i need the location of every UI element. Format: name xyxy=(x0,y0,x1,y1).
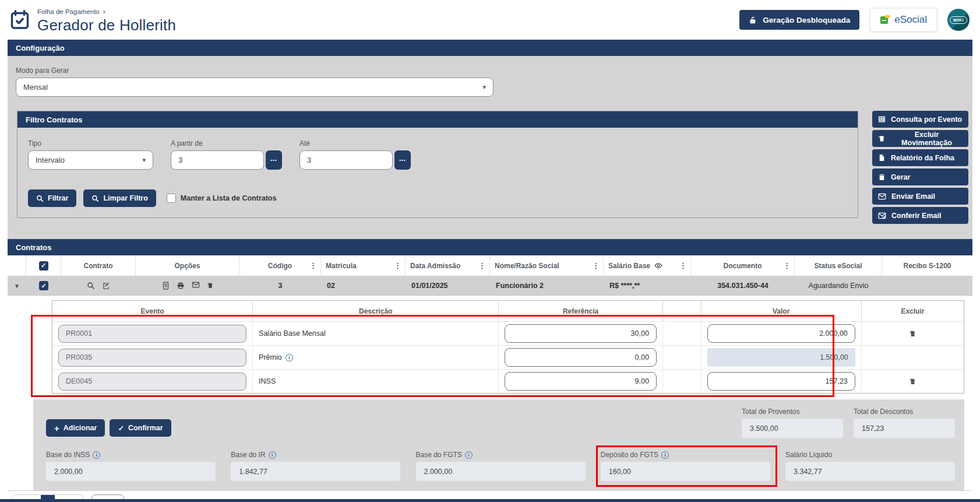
breadcrumb[interactable]: Folha de Pagamento › xyxy=(37,5,176,16)
column-menu-icon[interactable]: ⋮ xyxy=(783,261,791,270)
receipt-icon[interactable] xyxy=(162,282,170,290)
delete-row-icon[interactable] xyxy=(207,282,214,290)
enviar-email-button[interactable]: Enviar Email xyxy=(872,188,968,205)
ate-label: Até xyxy=(299,139,411,148)
total-descontos-label: Total de Descontos xyxy=(854,408,955,416)
filtrar-button[interactable]: Filtrar xyxy=(28,189,76,207)
gerar-button[interactable]: Gerar xyxy=(872,168,968,185)
checkbox-checked-icon[interactable]: ✓ xyxy=(39,281,48,290)
configuracao-section-header: Configuração xyxy=(8,40,972,56)
evento-row: PR0001 Salário Base Mensal 30,00 2.000,0… xyxy=(52,321,964,345)
column-menu-icon[interactable]: ⋮ xyxy=(592,261,600,270)
info-icon[interactable]: i xyxy=(465,451,473,459)
esocial-button[interactable]: eSocial xyxy=(870,8,937,31)
adicionar-button[interactable]: + Adicionar xyxy=(46,419,105,437)
deposito-fgts-field: 160,00 xyxy=(601,462,770,481)
valor-input[interactable]: 2.000,00 xyxy=(707,324,855,343)
checkbox-unchecked-icon[interactable] xyxy=(167,194,176,203)
evento-code-input[interactable]: PR0035 xyxy=(58,349,246,367)
contrato-detail-panel: Evento Descrição Referência Valor Exclui… xyxy=(8,296,972,490)
generation-unlocked-button[interactable]: Geração Desbloqueada xyxy=(739,10,859,30)
column-menu-icon[interactable]: ⋮ xyxy=(478,261,486,270)
select-all-checkbox[interactable]: ✓ xyxy=(26,255,61,276)
total-descontos-field: 157,23 xyxy=(854,419,955,438)
consulta-por-evento-button[interactable]: Consulta por Evento xyxy=(872,111,968,128)
cell-recibo xyxy=(882,276,972,295)
email-icon[interactable] xyxy=(192,282,200,290)
limpar-filtro-button[interactable]: Limpar Filtro xyxy=(83,189,156,207)
referencia-input[interactable]: 30,00 xyxy=(505,324,657,343)
info-icon[interactable]: i xyxy=(285,354,293,361)
modo-para-gerar-select[interactable]: Mensal ▾ xyxy=(16,78,493,97)
relatorio-da-folha-button[interactable]: Relatório da Folha xyxy=(872,149,968,166)
search-icon xyxy=(91,195,99,202)
cell-matricula: 02 xyxy=(321,276,406,295)
info-icon[interactable]: i xyxy=(93,451,100,459)
edit-contract-icon[interactable] xyxy=(102,282,110,290)
tipo-select[interactable]: Intervalo ▾ xyxy=(28,150,153,170)
contratos-header-row: ✓ Contrato Opções Código⋮ Matricula⋮ Dat… xyxy=(8,255,972,276)
print-icon[interactable] xyxy=(177,282,185,290)
col-evento: Evento xyxy=(52,301,253,321)
cell-salario-base: R$ ****,** xyxy=(604,276,691,295)
limpar-filtro-label: Limpar Filtro xyxy=(103,194,147,202)
referencia-input[interactable]: 0,00 xyxy=(505,348,657,367)
unlock-icon xyxy=(749,16,757,24)
evento-row: PR0035 Prêmioi 0,00 1.500,00 xyxy=(52,345,964,369)
manter-lista-checkbox[interactable]: Manter a Lista de Contratos xyxy=(167,194,277,203)
delete-evento-icon[interactable] xyxy=(909,377,916,385)
checkbox-checked-icon[interactable]: ✓ xyxy=(39,261,48,271)
delete-evento-icon[interactable] xyxy=(909,329,916,338)
excluir-movimentacao-button[interactable]: Excluir Movimentação xyxy=(872,130,968,147)
breadcrumb-label[interactable]: Folha de Pagamento xyxy=(37,8,100,15)
wiki-label: WIKI xyxy=(950,16,968,24)
a-partir-de-lookup-button[interactable]: ••• xyxy=(266,150,282,170)
contratos-table: ✓ Contrato Opções Código⋮ Matricula⋮ Dat… xyxy=(8,255,972,296)
filtro-section-header: Filtro Contratos xyxy=(17,111,858,128)
info-icon[interactable]: i xyxy=(269,451,276,459)
excluir-movimentacao-label: Excluir Movimentação xyxy=(891,131,963,147)
adicionar-label: Adicionar xyxy=(64,424,97,432)
cell-nome: Funcionário 2 xyxy=(490,276,604,295)
envelope-check-icon xyxy=(878,212,886,219)
column-menu-icon[interactable]: ⋮ xyxy=(679,261,687,270)
col-codigo: Código⋮ xyxy=(239,255,321,276)
collapse-row-icon[interactable]: ▾ xyxy=(8,276,26,295)
evento-code-input[interactable]: DE0045 xyxy=(58,373,246,391)
col-documento: Documento⋮ xyxy=(691,255,795,276)
col-matricula: Matricula⋮ xyxy=(321,255,406,276)
info-icon[interactable]: i xyxy=(661,451,669,459)
wiki-badge[interactable]: WIKI xyxy=(947,9,970,31)
col-status-esocial: Status eSocial xyxy=(795,255,882,276)
conferir-email-button[interactable]: Conferir Email xyxy=(872,207,968,224)
col-excluir: Excluir xyxy=(862,301,964,321)
confirmar-label: Confirmar xyxy=(128,424,163,432)
eye-off-icon[interactable] xyxy=(654,262,662,269)
view-contract-icon[interactable] xyxy=(87,282,95,290)
generation-unlocked-label: Geração Desbloqueada xyxy=(763,16,850,24)
cell-data-admissao: 01/01/2025 xyxy=(406,276,490,295)
column-menu-icon[interactable]: ⋮ xyxy=(394,261,401,270)
ate-lookup-button[interactable]: ••• xyxy=(394,150,411,170)
ate-input[interactable]: 3 xyxy=(299,150,393,170)
column-menu-icon[interactable]: ⋮ xyxy=(309,261,317,270)
a-partir-de-input[interactable]: 3 xyxy=(171,150,264,170)
a-partir-de-value: 3 xyxy=(178,156,182,164)
page-title: Gerador de Hollerith xyxy=(37,16,176,34)
valor-input[interactable]: 157,23 xyxy=(707,372,855,391)
evento-code-input[interactable]: PR0001 xyxy=(58,325,246,343)
table-grid-icon xyxy=(878,115,886,123)
contrato-row[interactable]: ▾ ✓ 3 xyxy=(8,276,972,296)
enviar-email-label: Enviar Email xyxy=(891,192,935,201)
a-partir-de-label: A partir de xyxy=(171,139,282,148)
confirmar-button[interactable]: ✓ Confirmar xyxy=(110,419,171,437)
document-icon xyxy=(878,154,886,162)
detail-footer: + Adicionar ✓ Confirmar Total de Provent… xyxy=(33,399,964,490)
eventos-table: Evento Descrição Referência Valor Exclui… xyxy=(52,300,964,394)
relatorio-da-folha-label: Relatório da Folha xyxy=(891,154,954,162)
col-nome-razao-social: Nome/Razão Social⋮ xyxy=(490,255,604,276)
referencia-input[interactable]: 9,00 xyxy=(505,372,657,391)
row-checkbox[interactable]: ✓ xyxy=(26,276,61,295)
filtrar-label: Filtrar xyxy=(48,194,68,202)
eventos-header-row: Evento Descrição Referência Valor Exclui… xyxy=(52,301,964,321)
